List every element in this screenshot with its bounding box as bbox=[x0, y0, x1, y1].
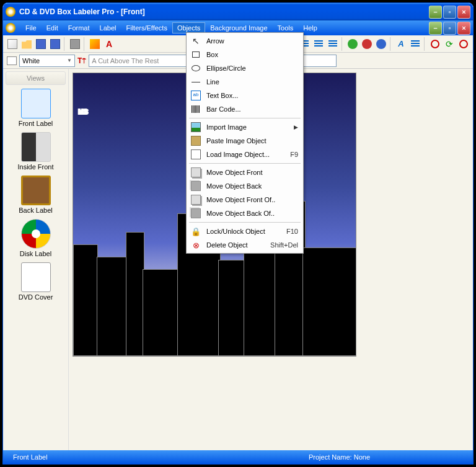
menu-item-label: Lock/Unlock Object bbox=[206, 228, 286, 235]
back-icon bbox=[190, 208, 201, 219]
stop-button[interactable] bbox=[457, 37, 470, 51]
window-title: CD & DVD Box Labeler Pro - [Front] bbox=[19, 7, 429, 16]
saveas-button[interactable] bbox=[48, 37, 62, 51]
titlebar-buttons: – ▫ × bbox=[429, 6, 470, 19]
menu-edit[interactable]: Edit bbox=[42, 22, 63, 33]
view-label: DVD Cover bbox=[6, 293, 66, 301]
menu-item-label: Box bbox=[206, 51, 298, 58]
view-back-label[interactable]: Back Label bbox=[6, 176, 66, 214]
wizard-button[interactable] bbox=[88, 37, 102, 51]
box-icon bbox=[190, 49, 201, 60]
menu-shortcut: F10 bbox=[286, 228, 298, 235]
menu-item-label: Move Object Front bbox=[206, 169, 298, 176]
separator bbox=[390, 37, 392, 51]
menu-item-moveobjectfrontof[interactable]: Move Object Front Of.. bbox=[188, 193, 302, 207]
font-color-button[interactable]: A bbox=[102, 37, 116, 51]
minimize-button[interactable]: – bbox=[429, 6, 442, 19]
del-icon: ⊗ bbox=[190, 239, 201, 251]
status-left: Front Label bbox=[8, 453, 53, 461]
effect-green-button[interactable] bbox=[346, 37, 359, 51]
close-button[interactable]: × bbox=[457, 6, 470, 19]
new-button[interactable] bbox=[6, 37, 19, 51]
align-center-button[interactable] bbox=[312, 37, 325, 51]
menu-item-label: Paste Image Object bbox=[206, 137, 298, 145]
view-label: Back Label bbox=[6, 207, 66, 214]
menu-item-label: Arrow bbox=[206, 37, 298, 45]
effect-blue-button[interactable] bbox=[374, 37, 388, 51]
text-style-button[interactable]: A bbox=[394, 37, 408, 51]
color-swatch[interactable] bbox=[7, 56, 17, 65]
front-icon bbox=[190, 194, 201, 205]
ellipse-icon bbox=[190, 63, 201, 74]
save-button[interactable] bbox=[34, 37, 48, 51]
align-button[interactable] bbox=[408, 37, 422, 51]
maximize-button[interactable]: ▫ bbox=[443, 6, 456, 19]
menu-shortcut: F9 bbox=[290, 151, 298, 158]
mdi-restore-button[interactable]: ▫ bbox=[443, 22, 456, 35]
menu-item-label: Ellipse/Circle bbox=[206, 64, 298, 72]
menu-item-ellipsecircle[interactable]: Ellipse/Circle bbox=[188, 61, 302, 75]
menu-item-moveobjectback[interactable]: Move Object Back bbox=[188, 179, 302, 193]
chevron-down-icon: ▼ bbox=[67, 58, 72, 63]
separator bbox=[64, 37, 66, 51]
menu-item-arrow[interactable]: ↖Arrow bbox=[188, 34, 302, 48]
view-dvd-cover[interactable]: DVD Cover bbox=[6, 262, 66, 301]
text-icon: ab bbox=[190, 90, 201, 101]
app-icon bbox=[6, 7, 15, 17]
disc-button[interactable] bbox=[428, 37, 442, 51]
sidebar-header: Views bbox=[6, 71, 66, 85]
paste-icon bbox=[190, 135, 201, 146]
mdi-minimize-button[interactable]: – bbox=[429, 22, 442, 35]
menu-separator bbox=[189, 118, 301, 118]
view-thumb-icon bbox=[21, 176, 51, 205]
menu-item-box[interactable]: Box bbox=[188, 48, 302, 61]
menu-item-line[interactable]: Line bbox=[188, 75, 302, 89]
view-label: Front Label bbox=[6, 120, 66, 127]
load-icon bbox=[190, 149, 201, 160]
menu-label[interactable]: Label bbox=[95, 22, 121, 33]
refresh-button[interactable]: ⟳ bbox=[443, 37, 456, 51]
separator bbox=[342, 37, 344, 51]
menu-item-textbox[interactable]: abText Box... bbox=[188, 89, 302, 102]
menu-item-deleteobject[interactable]: ⊗Delete ObjectShift+Del bbox=[188, 238, 302, 252]
font-icon: T⍑ bbox=[77, 56, 86, 65]
submenu-arrow-icon: ▶ bbox=[294, 124, 298, 130]
print-button[interactable] bbox=[68, 37, 82, 51]
status-project: Project Name: None bbox=[304, 453, 375, 461]
menu-item-label: Move Object Back bbox=[206, 182, 298, 190]
canvas-text[interactable]: MUS bbox=[78, 78, 86, 120]
menu-item-moveobjectfront[interactable]: Move Object Front bbox=[188, 166, 302, 179]
menu-item-lockunlockobject[interactable]: 🔒Lock/Unlock ObjectF10 bbox=[188, 225, 302, 238]
view-disk-label[interactable]: Disk Label bbox=[6, 219, 66, 257]
color-name: White bbox=[22, 57, 40, 64]
menu-item-label: Line bbox=[206, 78, 298, 86]
menu-item-label: Text Box... bbox=[206, 92, 298, 99]
mdi-buttons: – ▫ × bbox=[429, 22, 470, 35]
separator bbox=[84, 37, 86, 51]
objects-menu: ↖ArrowBoxEllipse/CircleLineabText Box...… bbox=[186, 32, 304, 254]
view-label: Disk Label bbox=[6, 250, 66, 257]
menu-item-barcode[interactable]: Bar Code... bbox=[188, 102, 302, 116]
align-right-button[interactable] bbox=[326, 37, 340, 51]
menu-item-loadimageobject[interactable]: Load Image Object...F9 bbox=[188, 148, 302, 161]
mdi-close-button[interactable]: × bbox=[457, 22, 470, 35]
menu-filterseffects[interactable]: Filters/Effects bbox=[121, 22, 172, 33]
effect-red-button[interactable] bbox=[360, 37, 374, 51]
titlebar[interactable]: CD & DVD Box Labeler Pro - [Front] – ▫ × bbox=[3, 3, 473, 20]
view-label: Inside Front bbox=[6, 163, 66, 171]
menu-file[interactable]: File bbox=[20, 22, 42, 33]
view-thumb-icon bbox=[21, 89, 51, 118]
img-icon bbox=[190, 122, 201, 133]
view-front-label[interactable]: Front Label bbox=[6, 89, 66, 127]
back-icon bbox=[190, 180, 201, 192]
menu-format[interactable]: Format bbox=[63, 22, 95, 33]
view-thumb-icon bbox=[21, 132, 51, 162]
menu-item-importimage[interactable]: Import Image▶ bbox=[188, 120, 302, 134]
menu-item-moveobjectbackof[interactable]: Move Object Back Of.. bbox=[188, 207, 302, 220]
color-combo[interactable]: White ▼ bbox=[19, 55, 75, 67]
menu-item-label: Move Object Back Of.. bbox=[206, 210, 298, 217]
open-button[interactable] bbox=[20, 37, 33, 51]
mdi-icon[interactable] bbox=[6, 23, 15, 33]
menu-item-pasteimageobject[interactable]: Paste Image Object bbox=[188, 134, 302, 148]
view-inside-front[interactable]: Inside Front bbox=[6, 132, 66, 171]
